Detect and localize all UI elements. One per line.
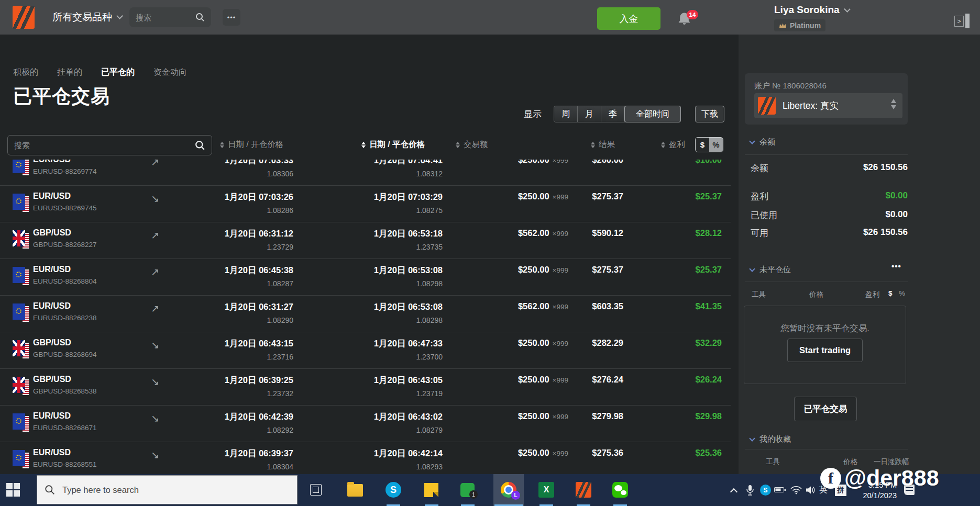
- unit-dollar[interactable]: $: [888, 289, 893, 297]
- libertex-app-icon[interactable]: [576, 482, 591, 498]
- open-datetime: 1月20日 06:45:38: [189, 265, 293, 276]
- close-datetime: 1月20日 07:04:41: [338, 160, 443, 166]
- open-positions-section-header[interactable]: 未平仓位: [750, 265, 791, 275]
- time-label: 3:15 PM: [856, 480, 897, 490]
- skype-icon[interactable]: S: [386, 482, 401, 498]
- excel-icon[interactable]: X: [538, 482, 554, 498]
- ime-indicator[interactable]: 拼: [835, 474, 846, 506]
- trade-row[interactable]: GBP/USD GBPUSD-88268694 ↘ 1月20日 06:43:15…: [0, 332, 731, 369]
- libertex-logo-icon[interactable]: [13, 6, 35, 29]
- trade-row[interactable]: GBP/USD GBPUSD-88268227 ↗ 1月20日 06:31:12…: [0, 222, 731, 259]
- trade-profit: $25.36: [643, 448, 722, 458]
- period-quarter[interactable]: 季: [601, 106, 625, 122]
- divider: [745, 154, 908, 155]
- trade-profit: $26.24: [643, 375, 722, 385]
- pair-name: GBP/USD: [33, 375, 71, 384]
- trade-result: $260.00: [545, 160, 623, 165]
- trades-table-body: EUR/USD EURUSD-88269774 ↗ 1月20日 07:03:33…: [0, 160, 731, 474]
- search-icon: [195, 13, 205, 22]
- spinner-arrows-icon[interactable]: [891, 99, 896, 109]
- user-name: Liya Sorokina: [774, 4, 840, 16]
- global-search[interactable]: [129, 7, 211, 27]
- table-search-input[interactable]: [14, 141, 195, 150]
- green-app-icon[interactable]: 1: [460, 483, 475, 497]
- deposit-button[interactable]: 入金: [597, 7, 660, 30]
- balance-section-header[interactable]: 余额: [750, 137, 775, 147]
- close-datetime: 1月20日 06:42:14: [338, 448, 443, 459]
- fav-daily-change-label: 一日涨跌幅: [874, 457, 909, 467]
- period-week[interactable]: 周: [554, 106, 578, 122]
- sort-profit-column[interactable]: 盈利: [661, 139, 685, 150]
- sort-open-column[interactable]: 日期 / 开仓价格: [220, 139, 283, 150]
- search-icon: [195, 140, 205, 151]
- ime-label: 拼: [835, 485, 846, 496]
- open-price: 1.08306: [189, 170, 293, 178]
- unit-dollar[interactable]: $: [696, 138, 709, 152]
- base-flag-icon: [13, 450, 25, 466]
- wifi-tray-icon[interactable]: [790, 474, 802, 506]
- action-center-icon[interactable]: [904, 485, 915, 495]
- tray-expand-button[interactable]: [731, 474, 736, 506]
- trade-row[interactable]: GBP/USD GBPUSD-88268538 ↘ 1月20日 06:39:25…: [0, 369, 731, 406]
- tab-fund-flows[interactable]: 资金动向: [153, 67, 187, 78]
- pair-name: GBP/USD: [33, 228, 71, 238]
- task-view-icon[interactable]: [310, 484, 322, 496]
- account-selector[interactable]: Libertex: 真实: [754, 93, 902, 118]
- open-positions-menu-button[interactable]: •••: [891, 262, 901, 271]
- open-datetime: 1月20日 06:31:27: [189, 301, 293, 313]
- trade-row[interactable]: EUR/USD EURUSD-88269774 ↗ 1月20日 07:03:33…: [0, 160, 731, 186]
- trade-id: EURUSD-88268671: [33, 424, 97, 432]
- tab-active-trades[interactable]: 积极的: [13, 67, 38, 78]
- file-explorer-icon[interactable]: [347, 484, 363, 497]
- wechat-icon[interactable]: [612, 482, 628, 498]
- trade-row[interactable]: EUR/USD EURUSD-88268551 ↘ 1月20日 06:39:37…: [0, 442, 731, 474]
- volume-tray-icon[interactable]: [806, 474, 816, 506]
- pair-name: EUR/USD: [33, 411, 71, 421]
- start-button[interactable]: [6, 483, 20, 497]
- unit-percent[interactable]: %: [899, 289, 905, 297]
- direction-arrow-icon: ↗: [151, 229, 159, 241]
- trade-row[interactable]: EUR/USD EURUSD-88268671 ↘ 1月20日 06:42:39…: [0, 406, 731, 442]
- microphone-tray-icon[interactable]: [746, 474, 754, 506]
- language-indicator[interactable]: 英: [819, 474, 828, 506]
- closed-trades-button[interactable]: 已平仓交易: [794, 397, 857, 421]
- start-trading-button[interactable]: Start trading: [787, 339, 863, 362]
- sticky-notes-icon[interactable]: [424, 483, 438, 497]
- profit-unit-toggle[interactable]: $ %: [695, 137, 723, 152]
- taskbar-clock[interactable]: 3:15 PM 20/1/2023: [856, 480, 897, 501]
- period-month[interactable]: 月: [578, 106, 601, 122]
- trade-profit: $41.35: [643, 301, 722, 311]
- sort-result-column[interactable]: 结果: [591, 139, 615, 150]
- col-profit-label: 盈利: [865, 290, 879, 299]
- period-all-time[interactable]: 全部时间: [624, 106, 681, 122]
- close-price: 1.08293: [338, 463, 443, 471]
- notifications-button[interactable]: 14: [678, 12, 699, 29]
- collapse-panel-button[interactable]: >: [954, 16, 964, 27]
- chrome-icon[interactable]: L: [501, 482, 516, 498]
- trade-row[interactable]: EUR/USD EURUSD-88268238 ↗ 1月20日 06:31:27…: [0, 296, 731, 332]
- download-button[interactable]: 下载: [695, 106, 724, 122]
- table-search[interactable]: [7, 135, 212, 155]
- sort-amount-column[interactable]: 交易额: [456, 139, 488, 150]
- tab-closed-trades[interactable]: 已平仓的: [101, 67, 135, 78]
- skype-tray-icon[interactable]: S: [760, 474, 771, 506]
- unit-percent[interactable]: %: [709, 138, 723, 152]
- chevron-up-icon: [730, 488, 737, 495]
- taskbar-search[interactable]: [37, 475, 298, 504]
- global-search-input[interactable]: [136, 13, 195, 22]
- battery-tray-icon[interactable]: [774, 474, 786, 506]
- user-menu[interactable]: Liya Sorokina Platinum: [774, 4, 850, 31]
- tab-pending-orders[interactable]: 挂单的: [57, 67, 82, 78]
- favorites-section-header[interactable]: 我的收藏: [750, 434, 791, 444]
- trade-row[interactable]: EUR/USD EURUSD-88269745 ↘ 1月20日 07:03:26…: [0, 186, 731, 222]
- sort-close-column[interactable]: 日期 / 平仓价格: [361, 139, 425, 150]
- open-cell: 1月20日 06:31:27 1.08290: [189, 301, 293, 324]
- trade-row[interactable]: EUR/USD EURUSD-88268804 ↗ 1月20日 06:45:38…: [0, 259, 731, 296]
- pair-name: EUR/USD: [33, 160, 71, 164]
- more-menu-button[interactable]: •••: [223, 9, 240, 26]
- scrollbar-thumb[interactable]: [965, 14, 970, 28]
- col-open-label: 日期 / 开仓价格: [228, 139, 283, 150]
- taskbar-search-input[interactable]: [62, 485, 290, 495]
- open-datetime: 1月20日 07:03:26: [189, 192, 293, 203]
- instrument-selector[interactable]: 所有交易品种: [52, 0, 122, 35]
